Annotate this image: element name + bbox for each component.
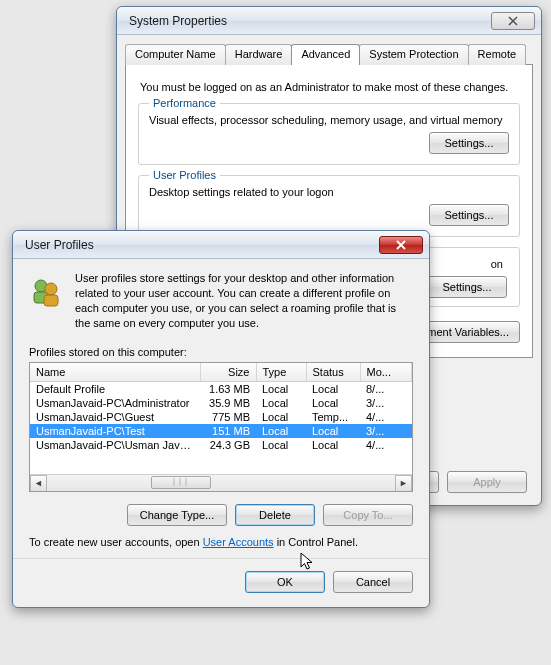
user-profiles-settings-button[interactable]: Settings...: [429, 204, 509, 226]
table-row[interactable]: Default Profile1.63 MBLocalLocal8/...: [30, 382, 412, 397]
copy-to-button[interactable]: Copy To...: [323, 504, 413, 526]
column-header[interactable]: Name: [30, 363, 200, 382]
profiles-listview[interactable]: NameSizeTypeStatusMo... Default Profile1…: [29, 362, 413, 492]
group-user-profiles: User Profiles Desktop settings related t…: [138, 175, 520, 237]
delete-button[interactable]: Delete: [235, 504, 315, 526]
ok-button[interactable]: OK: [245, 571, 325, 593]
table-row[interactable]: UsmanJavaid-PC\Usman Javaid24.3 GBLocalL…: [30, 438, 412, 452]
group-desc: Desktop settings related to your logon: [149, 186, 509, 198]
column-header[interactable]: Mo...: [360, 363, 412, 382]
tabstrip: Computer NameHardwareAdvancedSystem Prot…: [125, 44, 533, 65]
scroll-right-button[interactable]: ►: [395, 475, 412, 492]
user-profiles-dialog: User Profiles User profiles store settin…: [12, 230, 430, 608]
apply-button[interactable]: Apply: [447, 471, 527, 493]
svg-point-2: [45, 283, 57, 295]
window-title: System Properties: [129, 14, 491, 28]
tab-remote[interactable]: Remote: [468, 44, 527, 65]
tab-advanced[interactable]: Advanced: [291, 44, 360, 65]
group-label: Performance: [149, 97, 220, 109]
cancel-button[interactable]: Cancel: [333, 571, 413, 593]
group-label: User Profiles: [149, 169, 220, 181]
admin-note: You must be logged on as an Administrato…: [140, 81, 518, 93]
column-header[interactable]: Size: [200, 363, 256, 382]
scroll-left-button[interactable]: ◄: [30, 475, 47, 492]
group-desc: Visual effects, processor scheduling, me…: [149, 114, 509, 126]
close-button[interactable]: [379, 236, 423, 254]
user-accounts-link[interactable]: User Accounts: [203, 536, 274, 548]
close-button[interactable]: [491, 12, 535, 30]
footer-text: To create new user accounts, open User A…: [29, 536, 413, 548]
titlebar[interactable]: System Properties: [117, 7, 541, 35]
horizontal-scrollbar[interactable]: ◄ ∣∣∣ ►: [30, 474, 412, 491]
titlebar[interactable]: User Profiles: [13, 231, 429, 259]
dialog-description: User profiles store settings for your de…: [75, 271, 413, 330]
column-header[interactable]: Status: [306, 363, 360, 382]
tab-hardware[interactable]: Hardware: [225, 44, 293, 65]
change-type-button[interactable]: Change Type...: [127, 504, 227, 526]
scroll-thumb[interactable]: ∣∣∣: [151, 476, 211, 489]
profiles-list-label: Profiles stored on this computer:: [29, 346, 413, 358]
table-row[interactable]: UsmanJavaid-PC\Guest775 MBLocalTemp...4/…: [30, 410, 412, 424]
startup-settings-button[interactable]: Settings...: [427, 276, 507, 298]
column-header[interactable]: Type: [256, 363, 306, 382]
table-row[interactable]: UsmanJavaid-PC\Test151 MBLocalLocal3/...: [30, 424, 412, 438]
performance-settings-button[interactable]: Settings...: [429, 132, 509, 154]
svg-rect-3: [44, 295, 58, 306]
group-performance: Performance Visual effects, processor sc…: [138, 103, 520, 165]
table-row[interactable]: UsmanJavaid-PC\Administrator35.9 MBLocal…: [30, 396, 412, 410]
tab-computer-name[interactable]: Computer Name: [125, 44, 226, 65]
tab-system-protection[interactable]: System Protection: [359, 44, 468, 65]
window-title: User Profiles: [25, 238, 379, 252]
user-profiles-icon: [29, 275, 63, 309]
